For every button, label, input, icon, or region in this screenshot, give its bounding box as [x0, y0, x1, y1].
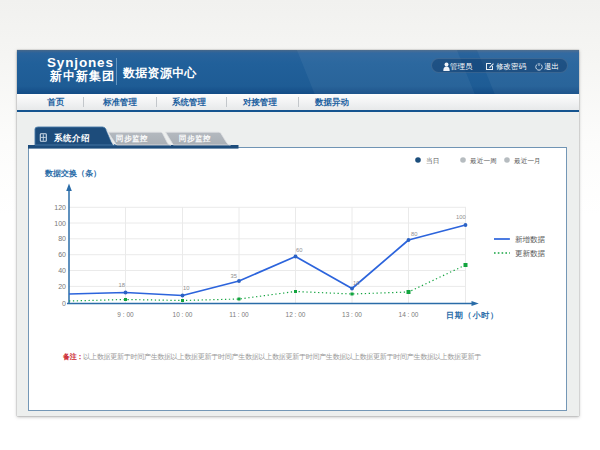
svg-text:13 : 00: 13 : 00 — [342, 311, 362, 318]
svg-text:最近一周: 最近一周 — [469, 157, 497, 164]
svg-text:日期（小时）: 日期（小时） — [446, 311, 499, 320]
svg-text:11 : 00: 11 : 00 — [229, 311, 249, 318]
svg-text:80: 80 — [58, 235, 66, 242]
svg-text:60: 60 — [58, 251, 66, 258]
svg-text:9 : 00: 9 : 00 — [117, 311, 134, 318]
svg-text:100: 100 — [54, 220, 66, 227]
svg-text:12 : 00: 12 : 00 — [286, 311, 306, 318]
svg-text:同步监控: 同步监控 — [116, 134, 148, 143]
svg-text:0: 0 — [62, 300, 66, 307]
svg-text:120: 120 — [54, 204, 66, 211]
svg-text:80: 80 — [411, 231, 417, 237]
svg-text:当日: 当日 — [426, 157, 439, 165]
svg-text:同步监控: 同步监控 — [179, 134, 211, 143]
svg-text:最近一月: 最近一月 — [513, 157, 541, 165]
svg-text:10 : 00: 10 : 00 — [173, 311, 193, 318]
svg-text:60: 60 — [296, 247, 302, 253]
svg-text:10: 10 — [353, 280, 359, 286]
svg-text:系统介绍: 系统介绍 — [53, 133, 90, 143]
svg-text:35: 35 — [231, 273, 237, 279]
svg-text:数据交换（条）: 数据交换（条） — [44, 169, 101, 178]
svg-text:20: 20 — [58, 283, 66, 290]
svg-text:18: 18 — [119, 282, 125, 288]
svg-text:更新数据: 更新数据 — [515, 249, 546, 258]
svg-text:100: 100 — [456, 214, 466, 220]
svg-text:10: 10 — [183, 285, 189, 291]
svg-text:14 : 00: 14 : 00 — [399, 311, 419, 318]
svg-text:新增数据: 新增数据 — [515, 235, 546, 244]
svg-text:40: 40 — [58, 267, 66, 274]
